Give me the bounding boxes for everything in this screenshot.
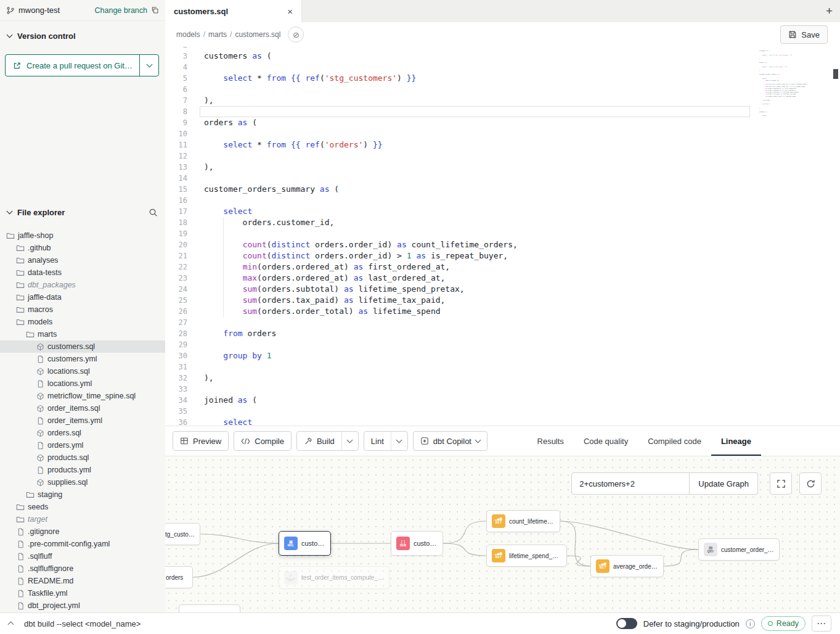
compile-button[interactable]: Compile	[234, 431, 292, 451]
tree-item-.pre-commit-config.yaml[interactable]: .pre-commit-config.yaml	[0, 538, 165, 550]
lineage-selector-input[interactable]	[571, 472, 690, 495]
tree-item-macros[interactable]: macros	[0, 303, 165, 316]
preview-button[interactable]: Preview	[173, 431, 229, 451]
tree-item-seeds[interactable]: seeds	[0, 501, 165, 513]
tree-item-models[interactable]: models	[0, 316, 165, 328]
defer-toggle[interactable]	[616, 618, 637, 629]
lineage-node-customers_semantic[interactable]: { }SEMcustomers	[391, 531, 443, 556]
format-icon[interactable]: ⊘	[288, 27, 304, 43]
create-pr-button[interactable]: Create a pull request on Git…	[6, 55, 139, 76]
breadcrumb: models/marts/customers.sql	[176, 30, 280, 39]
expand-panel-icon[interactable]	[8, 622, 14, 628]
change-branch-link[interactable]: Change branch	[95, 6, 147, 15]
defer-label: Defer to staging/production	[643, 619, 740, 628]
code-lines: customers as ( select * from {{ ref('stg…	[204, 47, 748, 426]
tree-item-.sqlfluff[interactable]: .sqlfluff	[0, 550, 165, 562]
tree-item-dbt_packages[interactable]: dbt_packages	[0, 279, 165, 291]
document-file-icon	[16, 564, 25, 573]
copy-branch-icon[interactable]	[151, 6, 159, 14]
tree-item-target[interactable]: target	[0, 513, 165, 525]
tree-item-.sqlfluffignore[interactable]: .sqlfluffignore	[0, 562, 165, 575]
fullscreen-button[interactable]	[770, 472, 792, 495]
tree-item-products.yml[interactable]: products.yml	[0, 464, 165, 476]
document-file-icon	[36, 466, 44, 474]
tree-item-jaffle-shop[interactable]: jaffle-shop	[0, 229, 165, 242]
more-options-button[interactable]: ⋯	[812, 615, 831, 632]
tree-item-label: data-tests	[28, 268, 62, 277]
tree-item-analyses[interactable]: analyses	[0, 254, 165, 266]
tree-item-products.sql[interactable]: products.sql	[0, 451, 165, 464]
lineage-node-stg_customers[interactable]: ▣MDLstg_customers	[165, 523, 200, 545]
editor-scrollbar[interactable]	[831, 47, 840, 426]
document-file-icon	[16, 540, 25, 548]
tab-code-quality[interactable]: Code quality	[574, 426, 638, 456]
tree-item-label: .pre-commit-config.yaml	[28, 540, 110, 548]
tree-item-orders.sql[interactable]: orders.sql	[0, 427, 165, 439]
lineage-node-average_order_value[interactable]: ▂▅▇METaverage_order_value	[590, 555, 664, 577]
tree-item-staging[interactable]: staging	[0, 488, 165, 501]
tree-item-supplies.sql[interactable]: supplies.sql	[0, 476, 165, 488]
update-graph-button[interactable]: Update Graph	[690, 472, 758, 495]
tree-item-label: customers.yml	[47, 355, 97, 363]
tree-item-label: .sqlfluff	[28, 552, 52, 561]
save-button[interactable]: Save	[780, 25, 828, 44]
tree-item-order_items.yml[interactable]: order_items.yml	[0, 414, 165, 427]
tab-compiled-code[interactable]: Compiled code	[638, 426, 711, 456]
tree-item-customers.yml[interactable]: customers.yml	[0, 353, 165, 365]
file-explorer-header[interactable]: File explorer	[0, 205, 165, 220]
tree-item-dbt_project.yml[interactable]: dbt_project.yml	[0, 599, 165, 612]
lint-dropdown[interactable]	[391, 432, 407, 450]
command-input[interactable]: dbt build --select <model_name>	[24, 619, 141, 628]
lint-button[interactable]: Lint	[364, 432, 391, 450]
tree-item-README.md[interactable]: README.md	[0, 575, 165, 587]
build-button-group: Build	[296, 431, 359, 451]
dbt-copilot-button[interactable]: dbt Copilot	[413, 431, 487, 451]
tree-item-locations.yml[interactable]: locations.yml	[0, 377, 165, 390]
tree-item-order_items.sql[interactable]: order_items.sql	[0, 402, 165, 414]
tree-item-marts[interactable]: marts	[0, 328, 165, 340]
tree-item-data-tests[interactable]: data-tests	[0, 266, 165, 279]
tree-item-jaffle-data[interactable]: jaffle-data	[0, 291, 165, 303]
create-pr-dropdown[interactable]	[139, 55, 158, 76]
tree-item-.github[interactable]: .github	[0, 242, 165, 254]
tree-item-orders.yml[interactable]: orders.yml	[0, 439, 165, 451]
folder-icon	[16, 305, 25, 314]
mdl-node-icon: ▣MDL	[284, 537, 298, 550]
code-editor[interactable]: 2345678910111213141516171819202122232425…	[165, 47, 840, 426]
tab-lineage[interactable]: Lineage	[711, 426, 761, 456]
qry-node-icon: ▤QRY	[704, 543, 717, 556]
lineage-panel: ▣MDLstg_customers▣MDLorders▣MDLcustomers…	[165, 456, 840, 612]
lineage-node-customer_order_metrics[interactable]: ▤QRYcustomer_order_metrics	[698, 538, 780, 561]
status-badge: Ready	[761, 616, 805, 631]
scrollbar-thumb[interactable]	[833, 69, 838, 79]
lineage-node-label: customers	[301, 540, 325, 547]
code-icon	[241, 437, 250, 445]
tree-item-label: dbt_project.yml	[28, 601, 80, 610]
tree-item-metricflow_time_spine.sql[interactable]: metricflow_time_spine.sql	[0, 390, 165, 402]
lineage-node-lifetime_spend_pretax[interactable]: ▂▅▇METlifetime_spend_pretax	[486, 545, 567, 567]
version-control-header[interactable]: Version control	[0, 28, 165, 43]
tab-customers-sql[interactable]: customers.sql ×	[165, 0, 302, 23]
tree-item-Taskfile.yml[interactable]: Taskfile.yml	[0, 587, 165, 599]
document-file-icon	[36, 355, 44, 363]
tree-item-customers.sql[interactable]: customers.sql	[0, 340, 165, 353]
close-tab-icon[interactable]: ×	[287, 7, 293, 16]
build-button[interactable]: Build	[297, 432, 341, 450]
tree-item-locations.sql[interactable]: locations.sql	[0, 365, 165, 377]
lineage-node-customers_model[interactable]: ▣MDLcustomers	[279, 531, 331, 556]
document-file-icon	[36, 379, 44, 388]
create-pr-button-group: Create a pull request on Git…	[5, 54, 159, 76]
info-icon[interactable]: i	[746, 619, 755, 628]
lineage-node-test_order_items[interactable]: ✓TSTtest_order_items_compute_to_bools...	[279, 566, 389, 589]
build-dropdown[interactable]	[341, 432, 358, 450]
lineage-node-orders_model[interactable]: ▣MDLorders	[165, 566, 193, 588]
minimap[interactable]: customers as ( select * from {{ ref('stg…	[759, 47, 829, 426]
tree-item-.gitignore[interactable]: .gitignore	[0, 525, 165, 538]
new-tab-button[interactable]: +	[826, 0, 833, 22]
lineage-node-count_lifetime_orders[interactable]: ▂▅▇METcount_lifetime_orders	[486, 510, 560, 532]
met-node-icon: ▂▅▇MET	[492, 549, 505, 562]
tab-results[interactable]: Results	[528, 426, 574, 456]
lineage-node-partial_node[interactable]	[179, 604, 240, 612]
search-icon[interactable]	[149, 208, 158, 217]
refresh-button[interactable]	[799, 472, 822, 495]
